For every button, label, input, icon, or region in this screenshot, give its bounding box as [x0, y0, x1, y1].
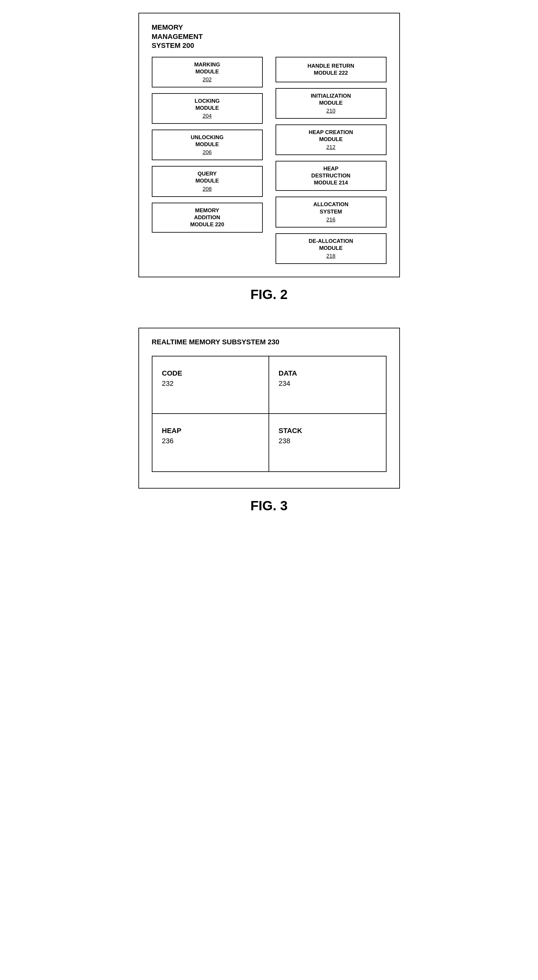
- handle-return-module-name: HANDLE RETURNMODULE 222: [308, 62, 354, 76]
- locking-module-name: LOCKINGMODULE: [195, 98, 219, 112]
- initialization-module-num: 210: [326, 108, 335, 114]
- data-cell-name: DATA: [279, 369, 297, 377]
- fig3-grid: CODE 232 DATA 234 HEAP 236 STACK 238: [152, 356, 387, 472]
- fig3-title: REALTIME MEMORY SUBSYSTEM 230: [152, 338, 387, 346]
- fig3-diagram-box: REALTIME MEMORY SUBSYSTEM 230 CODE 232 D…: [138, 328, 400, 488]
- fig3-label: FIG. 3: [250, 498, 288, 514]
- initialization-module-box: INITIALIZATIONMODULE 210: [276, 88, 387, 119]
- fig3-container: REALTIME MEMORY SUBSYSTEM 230 CODE 232 D…: [138, 328, 400, 514]
- locking-module-num: 204: [203, 113, 211, 119]
- fig2-left-col: MARKINGMODULE 202 LOCKINGMODULE 204 UNLO…: [152, 57, 263, 264]
- fig2-container: MEMORYMANAGEMENTSYSTEM 200 MARKINGMODULE…: [138, 13, 400, 302]
- data-cell: DATA 234: [269, 356, 386, 414]
- heap-destruction-module-name: HEAPDESTRUCTIONMODULE 214: [311, 165, 351, 186]
- code-cell: CODE 232: [152, 356, 269, 414]
- allocation-system-box: ALLOCATIONSYSTEM 216: [276, 197, 387, 227]
- marking-module-box: MARKINGMODULE 202: [152, 57, 263, 88]
- memory-addition-module-name: MEMORYADDITIONMODULE 220: [190, 207, 224, 228]
- stack-cell-name: STACK: [279, 426, 302, 435]
- heap-destruction-module-box: HEAPDESTRUCTIONMODULE 214: [276, 161, 387, 191]
- code-cell-name: CODE: [162, 369, 183, 377]
- query-module-box: QUERYMODULE 208: [152, 166, 263, 197]
- code-cell-num: 232: [162, 379, 174, 388]
- stack-cell-num: 238: [279, 437, 290, 445]
- allocation-system-name: ALLOCATIONSYSTEM: [313, 201, 348, 215]
- query-module-num: 208: [203, 186, 211, 192]
- data-cell-num: 234: [279, 379, 290, 388]
- page-container: MEMORYMANAGEMENTSYSTEM 200 MARKINGMODULE…: [0, 13, 538, 514]
- fig2-title: MEMORYMANAGEMENTSYSTEM 200: [152, 23, 387, 51]
- unlocking-module-num: 206: [203, 150, 211, 156]
- fig2-right-col: HANDLE RETURNMODULE 222 INITIALIZATIONMO…: [276, 57, 387, 264]
- deallocation-module-num: 218: [326, 253, 335, 259]
- handle-return-module-box: HANDLE RETURNMODULE 222: [276, 57, 387, 82]
- deallocation-module-box: DE-ALLOCATIONMODULE 218: [276, 233, 387, 264]
- heap-cell: HEAP 236: [152, 414, 269, 471]
- heap-creation-module-name: HEAP CREATIONMODULE: [309, 129, 353, 143]
- heap-creation-module-num: 212: [326, 144, 335, 151]
- locking-module-box: LOCKINGMODULE 204: [152, 93, 263, 124]
- heap-cell-num: 236: [162, 437, 174, 445]
- stack-cell: STACK 238: [269, 414, 386, 471]
- fig2-label: FIG. 2: [250, 287, 288, 302]
- marking-module-name: MARKINGMODULE: [194, 61, 220, 75]
- query-module-name: QUERYMODULE: [195, 170, 219, 185]
- heap-creation-module-box: HEAP CREATIONMODULE 212: [276, 124, 387, 155]
- unlocking-module-box: UNLOCKINGMODULE 206: [152, 130, 263, 160]
- heap-cell-name: HEAP: [162, 426, 181, 435]
- fig2-diagram-box: MEMORYMANAGEMENTSYSTEM 200 MARKINGMODULE…: [138, 13, 400, 277]
- allocation-system-num: 216: [326, 217, 335, 223]
- initialization-module-name: INITIALIZATIONMODULE: [311, 92, 351, 107]
- marking-module-num: 202: [203, 76, 211, 83]
- memory-addition-module-box: MEMORYADDITIONMODULE 220: [152, 203, 263, 232]
- fig2-columns: MARKINGMODULE 202 LOCKINGMODULE 204 UNLO…: [152, 57, 387, 264]
- unlocking-module-name: UNLOCKINGMODULE: [191, 134, 224, 148]
- deallocation-module-name: DE-ALLOCATIONMODULE: [309, 238, 353, 252]
